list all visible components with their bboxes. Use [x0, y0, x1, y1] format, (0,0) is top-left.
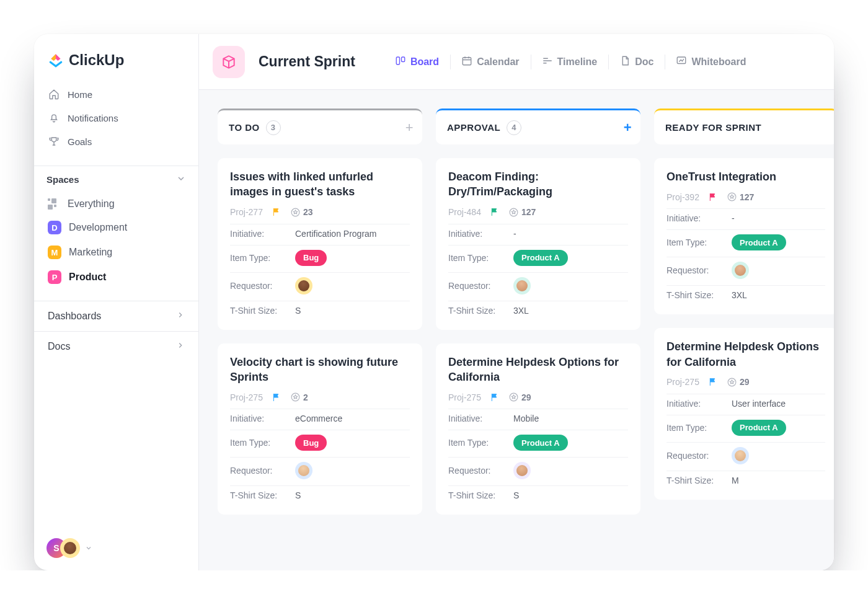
- field-value: Bug: [295, 250, 410, 266]
- column-header[interactable]: APPROVAL 4+: [436, 108, 640, 144]
- flag-icon[interactable]: [490, 207, 500, 217]
- space-badge: P: [48, 270, 61, 284]
- board-column-todo: TO DO 3+ Issues with linked unfurled ima…: [218, 108, 422, 515]
- field-value: [732, 262, 825, 279]
- sidebar-item-label: Product: [69, 272, 106, 283]
- sidebar-item-dashboards[interactable]: Dashboards: [34, 301, 198, 331]
- avatar: [513, 277, 531, 294]
- field-value: Certification Program: [295, 229, 410, 239]
- field-label: Item Type:: [448, 253, 513, 263]
- brand-name: ClickUp: [69, 51, 124, 69]
- flag-icon[interactable]: [272, 392, 281, 402]
- add-card-button[interactable]: +: [405, 120, 414, 136]
- tab-label: Calendar: [477, 56, 519, 68]
- tab-label: Board: [410, 56, 439, 68]
- chevron-down-icon: [85, 543, 92, 554]
- field-label: Item Type:: [666, 237, 732, 247]
- add-card-button[interactable]: +: [624, 120, 632, 136]
- sidebar-item-home[interactable]: Home: [40, 82, 192, 106]
- flag-icon[interactable]: [708, 377, 718, 387]
- field-value: -: [513, 229, 628, 239]
- sidebar-item-space-development[interactable]: D Development: [40, 215, 192, 240]
- sidebar-nav: Home Notifications Goals: [34, 80, 198, 166]
- box-icon: [213, 46, 245, 78]
- tab-label: Whiteboard: [691, 56, 746, 68]
- field-value: Product A: [513, 435, 628, 451]
- type-tag: Product A: [732, 234, 786, 250]
- tab-whiteboard[interactable]: Whiteboard: [665, 51, 757, 73]
- timeline-icon: [542, 55, 553, 69]
- tab-board[interactable]: Board: [384, 51, 450, 73]
- field-value: Mobile: [513, 414, 628, 423]
- field-value: [295, 277, 410, 294]
- kanban-board: TO DO 3+ Issues with linked unfurled ima…: [218, 108, 815, 515]
- column-header[interactable]: TO DO 3+: [218, 108, 422, 144]
- task-card[interactable]: Determine Helpdesk Options for Californi…: [436, 343, 640, 515]
- sidebar-item-docs[interactable]: Docs: [34, 331, 198, 361]
- home-icon: [48, 88, 60, 100]
- user-switcher[interactable]: S: [46, 538, 92, 558]
- sidebar-spaces-header[interactable]: Spaces: [34, 166, 198, 192]
- sidebar-item-notifications[interactable]: Notifications: [40, 106, 192, 130]
- tab-label: Timeline: [557, 56, 598, 68]
- task-card[interactable]: Determine Helpdesk Options for Californi…: [654, 328, 834, 500]
- field-label: Initiative:: [448, 414, 513, 423]
- tab-calendar[interactable]: Calendar: [450, 51, 530, 73]
- type-tag: Bug: [295, 250, 327, 266]
- column-header[interactable]: READY FOR SPRINT: [654, 108, 834, 144]
- svg-rect-0: [396, 57, 399, 64]
- sidebar-item-space-marketing[interactable]: M Marketing: [40, 240, 192, 265]
- card-title: Issues with linked unfurled images in gu…: [230, 169, 410, 206]
- task-card[interactable]: OneTrust Integration Proj-392 127 Initia…: [654, 158, 834, 314]
- chevron-right-icon: [176, 311, 185, 322]
- field-value: S: [513, 490, 628, 500]
- field-value: -: [732, 213, 825, 223]
- spaces-list: Everything D Development M Marketing P P…: [34, 192, 198, 301]
- field-label: Requestor:: [666, 451, 732, 461]
- field-value: [732, 447, 825, 464]
- calendar-icon: [461, 55, 472, 69]
- field-label: Item Type:: [230, 253, 295, 263]
- card-points: 29: [508, 392, 531, 402]
- field-label: T-Shirt Size:: [448, 306, 513, 316]
- field-label: T-Shirt Size:: [666, 290, 732, 300]
- doc-icon: [619, 55, 631, 69]
- card-project-id: Proj-275: [230, 392, 263, 402]
- type-tag: Bug: [295, 435, 327, 451]
- svg-rect-1: [401, 57, 404, 62]
- sidebar-item-label: Goals: [68, 136, 92, 147]
- sidebar-item-goals[interactable]: Goals: [40, 130, 192, 153]
- sidebar-item-label: Development: [69, 222, 127, 233]
- brand-logo[interactable]: ClickUp: [34, 34, 198, 80]
- sidebar-item-label: Marketing: [69, 247, 112, 258]
- field-value: 3XL: [513, 306, 628, 316]
- field-value: [513, 462, 628, 479]
- spaces-header-label: Spaces: [46, 174, 79, 185]
- column-count: 4: [507, 120, 521, 135]
- field-label: T-Shirt Size:: [448, 490, 513, 500]
- task-card[interactable]: Deacom Finding: Dry/Trim/Packaging Proj-…: [436, 158, 640, 330]
- task-card[interactable]: Velocity chart is showing future Sprints…: [218, 343, 422, 515]
- flag-icon[interactable]: [490, 392, 500, 402]
- card-title: Deacom Finding: Dry/Trim/Packaging: [448, 169, 628, 206]
- card-project-id: Proj-275: [448, 392, 481, 402]
- sidebar-item-space-product[interactable]: P Product: [40, 265, 192, 290]
- flag-icon[interactable]: [708, 192, 718, 202]
- sidebar-item-everything[interactable]: Everything: [40, 193, 192, 215]
- tab-timeline[interactable]: Timeline: [531, 51, 609, 73]
- field-value: S: [295, 490, 410, 500]
- tab-doc[interactable]: Doc: [608, 51, 665, 73]
- field-value: M: [732, 476, 825, 485]
- field-label: Requestor:: [448, 281, 513, 291]
- card-points: 29: [727, 377, 750, 387]
- everything-icon: [48, 198, 60, 210]
- chevron-right-icon: [176, 341, 185, 352]
- task-card[interactable]: Issues with linked unfurled images in gu…: [218, 158, 422, 330]
- card-points: 127: [727, 192, 754, 202]
- avatar: [60, 538, 80, 558]
- type-tag: Product A: [732, 420, 786, 436]
- flag-icon[interactable]: [272, 207, 281, 217]
- field-label: T-Shirt Size:: [230, 490, 295, 500]
- field-label: Item Type:: [448, 438, 513, 448]
- page-title: Current Sprint: [259, 53, 355, 70]
